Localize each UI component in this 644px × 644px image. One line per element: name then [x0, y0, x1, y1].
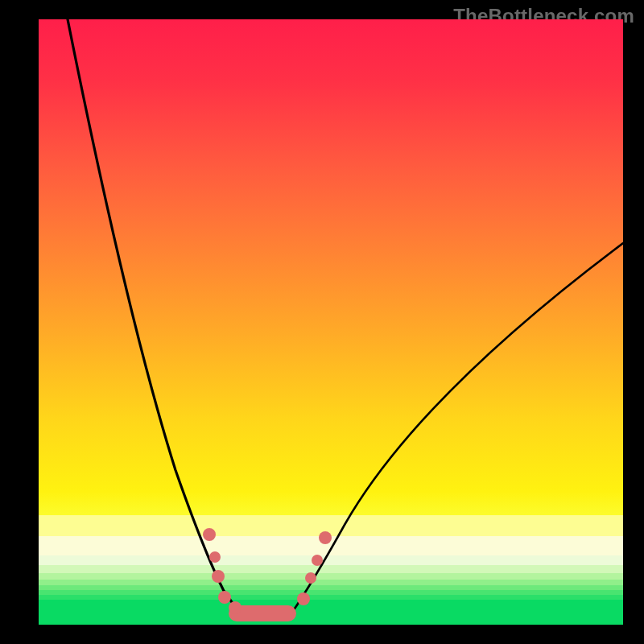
- marker-dot: [297, 592, 310, 605]
- plot-area: [39, 19, 623, 625]
- marker-dot: [209, 551, 221, 563]
- chart-stage: TheBottleneck.com: [0, 0, 644, 644]
- marker-dot: [203, 528, 216, 541]
- marker-dot: [229, 601, 242, 614]
- marker-dot: [218, 591, 231, 604]
- marker-dot: [212, 570, 225, 583]
- marker-dot: [319, 531, 332, 544]
- marker-dot: [305, 572, 316, 584]
- marker-dot: [312, 555, 323, 566]
